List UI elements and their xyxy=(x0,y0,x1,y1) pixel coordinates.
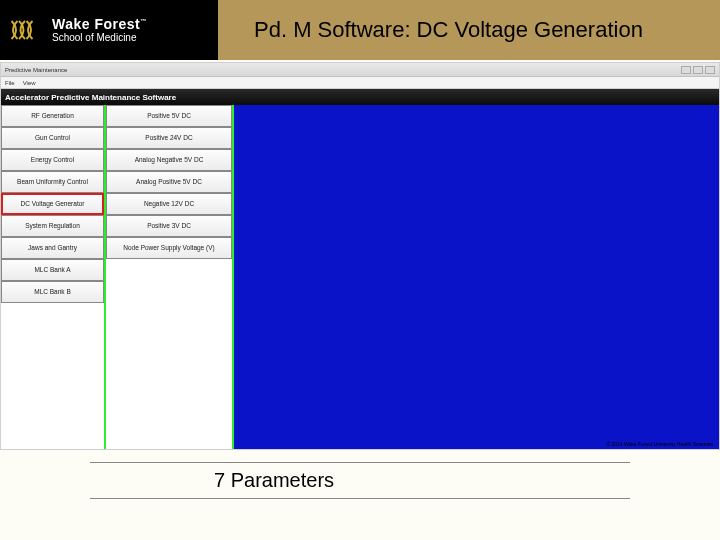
nav-column: RF Generation Gun Control Energy Control… xyxy=(1,105,104,449)
param-positive-24v[interactable]: Positive 24V DC xyxy=(106,127,232,149)
param-column: Positive 5V DC Positive 24V DC Analog Ne… xyxy=(104,105,234,449)
logo-line1: Wake Forest xyxy=(52,16,140,32)
embedded-screenshot: Predictive Maintenance File View Acceler… xyxy=(0,62,720,450)
param-negative-12v[interactable]: Negative 12V DC xyxy=(106,193,232,215)
close-icon[interactable] xyxy=(705,66,715,74)
caption-line-top xyxy=(90,462,630,463)
nav-item-dc-voltage-generator[interactable]: DC Voltage Generator xyxy=(1,193,104,215)
window-titlebar: Predictive Maintenance xyxy=(1,63,719,77)
caption: 7 Parameters xyxy=(0,462,720,499)
maximize-icon[interactable] xyxy=(693,66,703,74)
minimize-icon[interactable] xyxy=(681,66,691,74)
menu-file[interactable]: File xyxy=(5,80,15,86)
window-controls xyxy=(681,66,715,74)
caption-text: 7 Parameters xyxy=(214,463,334,498)
menu-view[interactable]: View xyxy=(23,80,36,86)
param-positive-5v[interactable]: Positive 5V DC xyxy=(106,105,232,127)
slide-title: Pd. M Software: DC Voltage Generation xyxy=(254,17,643,43)
app-title: Accelerator Predictive Maintenance Softw… xyxy=(5,93,176,102)
main-content: RF Generation Gun Control Energy Control… xyxy=(1,105,719,449)
param-analog-pos-5v[interactable]: Analog Positive 5V DC xyxy=(106,171,232,193)
window-title: Predictive Maintenance xyxy=(5,67,67,73)
param-positive-3v[interactable]: Positive 3V DC xyxy=(106,215,232,237)
nav-item-gun-control[interactable]: Gun Control xyxy=(1,127,104,149)
menubar: File View xyxy=(1,77,719,89)
nav-item-jaws-gantry[interactable]: Jaws and Gantry xyxy=(1,237,104,259)
nav-item-mlc-bank-b[interactable]: MLC Bank B xyxy=(1,281,104,303)
nav-item-system-regulation[interactable]: System Regulation xyxy=(1,215,104,237)
logo-text: Wake Forest™ School of Medicine xyxy=(52,17,147,43)
nav-item-rf-generation[interactable]: RF Generation xyxy=(1,105,104,127)
app-title-bar: Accelerator Predictive Maintenance Softw… xyxy=(1,89,719,105)
param-analog-neg-5v[interactable]: Analog Negative 5V DC xyxy=(106,149,232,171)
title-bar: Pd. M Software: DC Voltage Generation xyxy=(218,0,720,60)
logo-block: Wake Forest™ School of Medicine xyxy=(0,0,218,60)
slide-header: Wake Forest™ School of Medicine Pd. M So… xyxy=(0,0,720,60)
plot-area xyxy=(234,105,719,449)
nav-item-beam-uniformity[interactable]: Beam Uniformity Control xyxy=(1,171,104,193)
param-node-power-supply[interactable]: Node Power Supply Voltage (V) xyxy=(106,237,232,259)
copyright-text: © 2014 Wake Forest University Health Sci… xyxy=(606,441,713,447)
nav-item-energy-control[interactable]: Energy Control xyxy=(1,149,104,171)
logo-line2: School of Medicine xyxy=(52,33,147,43)
caption-line-bottom xyxy=(90,498,630,499)
wake-forest-dna-icon xyxy=(10,18,46,42)
logo-tm: ™ xyxy=(140,18,147,24)
nav-item-mlc-bank-a[interactable]: MLC Bank A xyxy=(1,259,104,281)
